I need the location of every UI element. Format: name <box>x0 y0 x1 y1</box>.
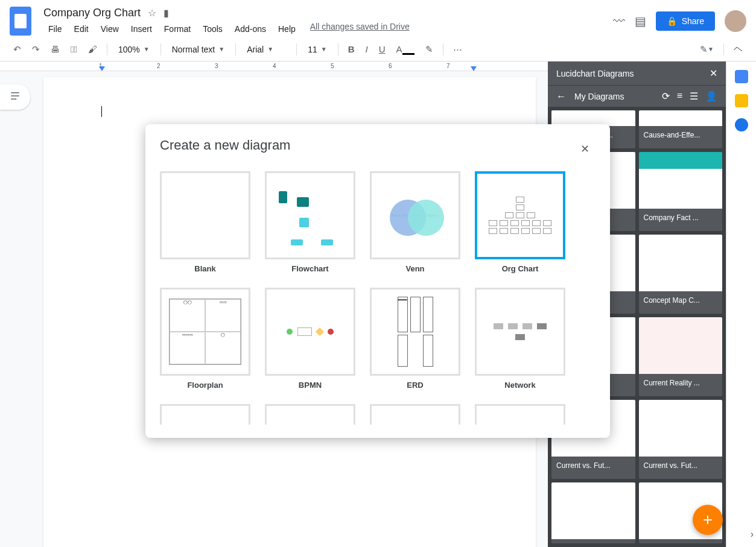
ruler-tick: 5 <box>331 63 334 69</box>
diagram-card[interactable] <box>551 482 635 543</box>
right-rail: › <box>726 62 756 547</box>
close-icon[interactable]: ✕ <box>710 68 717 79</box>
template-more[interactable] <box>160 404 250 425</box>
menu-tools[interactable]: Tools <box>198 22 227 36</box>
app-header: Company Org Chart ☆ ▮ File Edit View Ins… <box>0 0 756 37</box>
font-select[interactable]: Arial▼ <box>242 42 290 57</box>
menu-edit[interactable]: Edit <box>69 22 94 36</box>
ruler-tick: 7 <box>446 63 450 69</box>
template-bpmn[interactable]: BPMN <box>265 288 355 390</box>
create-diagram-modal: Create a new diagram ✕ Blank Flowchart B… <box>145 124 610 438</box>
more-button[interactable]: ⋯ <box>449 42 466 57</box>
menu-file[interactable]: File <box>43 22 67 36</box>
bold-button[interactable]: B <box>345 42 358 57</box>
template-floorplan[interactable]: ◯◯▭▭▭▭▭◯ Floorplan <box>160 288 250 390</box>
template-more[interactable] <box>475 404 565 425</box>
new-diagram-fab[interactable]: + <box>693 505 723 535</box>
paint-format-button[interactable]: 🖌 <box>84 42 101 57</box>
underline-button[interactable]: U <box>375 42 389 57</box>
divider <box>160 43 161 55</box>
text-cursor <box>101 106 102 117</box>
divider <box>443 43 443 55</box>
docs-logo-icon[interactable] <box>10 7 31 36</box>
activity-icon[interactable]: 〰 <box>613 14 625 28</box>
ruler-tick: 4 <box>273 63 276 69</box>
save-status[interactable]: All changes saved in Drive <box>310 22 410 36</box>
document-title[interactable]: Company Org Chart <box>43 7 141 19</box>
share-button[interactable]: 🔒 Share <box>656 11 715 31</box>
header-right: 〰 ▤ 🔒 Share <box>613 10 746 32</box>
ruler-right-margin[interactable] <box>471 66 477 71</box>
calendar-icon[interactable] <box>735 70 748 83</box>
back-icon[interactable]: ← <box>556 91 566 102</box>
print-button[interactable]: 🖶 <box>47 42 63 57</box>
lock-icon: 🔒 <box>667 16 677 26</box>
svg-rect-1 <box>11 95 19 96</box>
template-grid[interactable]: Blank Flowchart Basic Two-Set Venn Diagr… <box>160 171 604 425</box>
spellcheck-button[interactable]: Ａ̲ <box>67 42 81 57</box>
tasks-icon[interactable] <box>735 118 748 131</box>
expand-rail-icon[interactable]: › <box>751 529 754 540</box>
menu-bar: File Edit View Insert Format Tools Add-o… <box>43 22 613 36</box>
divider <box>338 43 338 55</box>
italic-button[interactable]: I <box>362 42 372 57</box>
menu-insert[interactable]: Insert <box>126 22 157 36</box>
diagram-card[interactable]: Company Fact ... <box>639 152 723 231</box>
keep-icon[interactable] <box>735 94 748 107</box>
star-icon[interactable]: ☆ <box>148 7 156 19</box>
sidebar-nav: ← My Diagrams ⟳ ≡ ☰ 👤 <box>548 85 726 107</box>
modal-close-icon[interactable]: ✕ <box>580 142 589 156</box>
ruler[interactable]: 1 2 3 4 5 6 7 <box>0 62 548 71</box>
ruler-tick: 3 <box>215 63 218 69</box>
refresh-icon[interactable]: ⟳ <box>662 90 670 102</box>
sidebar-header: Lucidchart Diagrams ✕ <box>548 62 726 85</box>
chevron-down-icon: ▼ <box>267 46 273 52</box>
font-size-select[interactable]: 11▼ <box>303 42 331 57</box>
template-more[interactable] <box>370 404 460 425</box>
undo-button[interactable]: ↶ <box>10 42 25 57</box>
hide-menus-button[interactable]: ヘ <box>730 41 746 57</box>
text-color-button[interactable]: A <box>393 42 418 57</box>
outline-toggle-button[interactable] <box>0 84 30 110</box>
template-flowchart[interactable]: Flowchart <box>265 171 355 273</box>
editing-mode-button[interactable]: ✎ ▼ <box>696 42 717 57</box>
menu-format[interactable]: Format <box>159 22 195 36</box>
zoom-select[interactable]: 100%▼ <box>113 42 154 57</box>
template-erd[interactable]: ▬▬▬ ERD <box>370 288 460 390</box>
comments-icon[interactable]: ▤ <box>635 14 646 28</box>
user-avatar[interactable] <box>725 10 746 32</box>
chevron-down-icon: ▼ <box>321 46 327 52</box>
sidebar-title: Lucidchart Diagrams <box>556 69 634 78</box>
svg-rect-0 <box>11 92 19 93</box>
toolbar: ↶ ↷ 🖶 Ａ̲ 🖌 100%▼ Normal text▼ Arial▼ 11▼… <box>0 37 756 62</box>
list-view-icon[interactable]: ☰ <box>690 90 698 102</box>
menu-help[interactable]: Help <box>273 22 300 36</box>
template-network[interactable]: Network <box>475 288 565 390</box>
title-area: Company Org Chart ☆ ▮ File Edit View Ins… <box>43 7 613 36</box>
highlight-button[interactable]: ✎ <box>422 42 437 57</box>
template-more[interactable] <box>265 404 355 425</box>
diagram-card[interactable]: Current vs. Fut... <box>639 400 723 479</box>
ruler-tick: 2 <box>157 63 160 69</box>
style-select[interactable]: Normal text▼ <box>167 42 229 57</box>
divider <box>723 43 724 55</box>
svg-rect-2 <box>11 99 16 100</box>
diagram-card[interactable]: Cause-and-Effe... <box>639 110 723 148</box>
redo-button[interactable]: ↷ <box>28 42 43 57</box>
divider <box>296 43 297 55</box>
move-folder-icon[interactable]: ▮ <box>164 7 169 19</box>
divider <box>235 43 236 55</box>
outline-icon <box>10 90 21 101</box>
menu-view[interactable]: View <box>96 22 124 36</box>
diagram-card[interactable]: Concept Map C... <box>639 235 723 314</box>
diagram-card[interactable]: Current Reality ... <box>639 317 723 396</box>
sort-icon[interactable]: ≡ <box>677 90 682 102</box>
menu-addons[interactable]: Add-ons <box>230 22 271 36</box>
modal-title: Create a new diagram <box>160 138 604 153</box>
template-venn[interactable]: Basic Two-Set Venn Diagram Venn <box>370 171 460 273</box>
chevron-down-icon: ▼ <box>218 46 224 52</box>
template-org-chart[interactable]: Org Chart <box>475 171 565 273</box>
template-blank[interactable]: Blank <box>160 171 250 273</box>
account-icon[interactable]: 👤 <box>705 90 717 102</box>
ruler-tick: 6 <box>389 63 392 69</box>
